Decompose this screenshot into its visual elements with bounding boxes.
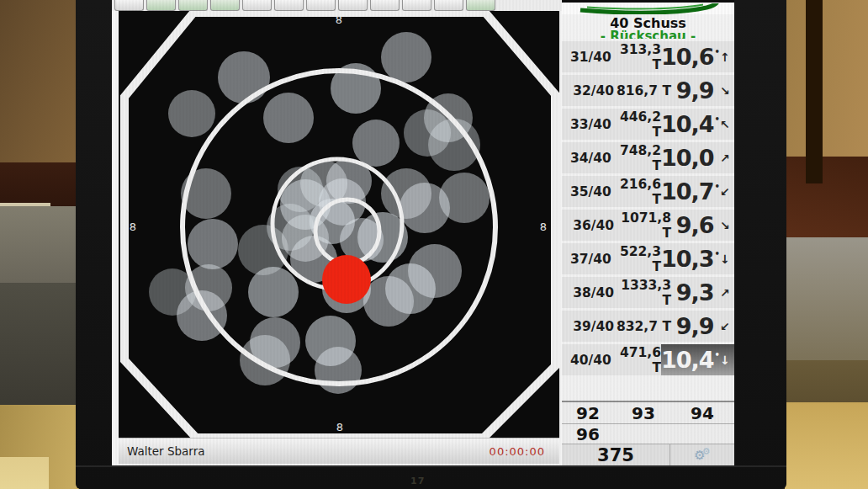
- shot-result-row[interactable]: 39/40 832,7 T 9,9 • ↙: [562, 308, 734, 342]
- shot-number: 33/40: [570, 117, 611, 132]
- grand-total-row: 375 ⚙ ⚙: [562, 444, 734, 465]
- swoosh-logo-icon: [562, 3, 734, 14]
- shot-time-value: 816,7 T: [614, 83, 671, 98]
- series-total-4: 96: [562, 423, 734, 444]
- direction-arrow-icon: ↗: [720, 151, 732, 165]
- shot-hole: [352, 120, 400, 167]
- shot-time-value: 748,2 T: [611, 143, 661, 173]
- series-total: 93: [632, 403, 691, 423]
- toolbar-button[interactable]: [306, 0, 336, 11]
- direction-arrow-icon: ↘: [720, 84, 732, 98]
- shot-score-cell: 10,0 • ↗: [661, 142, 734, 173]
- grand-total: 375: [562, 444, 670, 465]
- shot-number: 34/40: [570, 151, 611, 166]
- shot-score: 10,4: [661, 347, 714, 373]
- toolbar-button[interactable]: [210, 0, 240, 11]
- shot-hole: [439, 173, 490, 223]
- toolbar-button[interactable]: [146, 0, 176, 11]
- direction-arrow-icon: ↗: [720, 286, 732, 300]
- shot-result-row[interactable]: 38/40 1333,3 T 9,3 • ↗: [562, 274, 734, 308]
- shot-hole: [404, 109, 451, 157]
- shot-score-cell: 9,9 • ↙: [671, 311, 734, 342]
- ring-label-left: 8: [130, 221, 136, 233]
- shot-time-value: 471,6 T: [611, 345, 661, 375]
- shot-score-cell: 9,9 • ↘: [671, 75, 734, 106]
- direction-arrow-icon: ↙: [720, 185, 732, 199]
- shooting-score-screen: 8 8 8 8 Walter Sbarra 00:00:00: [112, 0, 734, 465]
- shot-hole: [263, 93, 314, 143]
- shot-number: 36/40: [570, 218, 614, 233]
- shot-number: 38/40: [570, 285, 614, 300]
- shot-result-row[interactable]: 40/40 471,6 T 10,4 • ↓: [562, 342, 734, 375]
- target-display: 8 8 8 8: [119, 11, 559, 438]
- shot-time-value: 832,7 T: [614, 319, 671, 334]
- direction-arrow-icon: ↖: [720, 118, 732, 131]
- shot-number: 35/40: [570, 184, 611, 199]
- shot-hole: [248, 267, 299, 317]
- shot-hole: [381, 32, 431, 82]
- shot-time-value: 1333,3 T: [614, 278, 671, 308]
- shot-result-row[interactable]: 32/40 816,7 T 9,9 • ↘: [562, 72, 734, 106]
- shot-score: 10,0: [661, 145, 714, 171]
- toolbar-button[interactable]: [338, 0, 368, 11]
- shot-score-cell: 10,3 • ↓: [661, 243, 734, 274]
- monitor-brand-logo: 17: [410, 476, 425, 486]
- shot-time-value: 1071,8 T: [614, 210, 671, 241]
- shot-result-row[interactable]: 34/40 748,2 T 10,0 • ↗: [562, 140, 734, 173]
- shot-score: 10,7: [661, 178, 714, 205]
- series-totals: 929394: [562, 401, 734, 423]
- toolbar-button[interactable]: [434, 0, 463, 11]
- shot-result-row[interactable]: 31/40 313,3 T 10,6 • ↑: [562, 39, 734, 72]
- direction-arrow-icon: ↙: [720, 320, 732, 333]
- shot-score: 9,9: [676, 77, 714, 104]
- shot-number: 39/40: [570, 319, 614, 334]
- shot-hole: [240, 335, 290, 385]
- toolbar: [112, 0, 564, 11]
- room-background-right: [785, 0, 868, 489]
- shot-score: 9,3: [676, 279, 714, 306]
- ring-label-bottom: 8: [336, 421, 343, 433]
- shot-score: 10,4: [661, 111, 714, 137]
- target-svg: 8 8 8 8: [119, 11, 559, 438]
- shot-score-cell: 10,4 • ↓: [661, 344, 734, 375]
- shooter-name: Walter Sbarra: [127, 444, 205, 458]
- monitor-bezel: 17 8 8 8 8 Walter Sb: [76, 0, 786, 489]
- ring-label-right: 8: [540, 221, 547, 233]
- direction-arrow-icon: ↓: [720, 252, 732, 266]
- toolbar-button[interactable]: [114, 0, 144, 11]
- shot-score-cell: 10,4 • ↖: [661, 109, 734, 140]
- shot-score: 9,6: [676, 212, 714, 238]
- shot-result-row[interactable]: 37/40 522,3 T 10,3 • ↓: [562, 241, 734, 274]
- shot-number: 40/40: [570, 353, 611, 368]
- shot-hole: [168, 90, 215, 137]
- shot-score: 9,9: [676, 313, 714, 339]
- results-panel: 40 Schuss - Rückschau - 31/40 313,3 T 10…: [562, 0, 734, 465]
- shot-score-cell: 10,7 • ↙: [661, 176, 734, 207]
- shot-hole: [315, 347, 362, 394]
- direction-arrow-icon: ↑: [720, 50, 732, 64]
- ring-label-top: 8: [336, 13, 342, 26]
- shot-result-row[interactable]: 35/40 216,6 T 10,7 • ↙: [562, 173, 734, 207]
- shot-number: 32/40: [570, 83, 614, 98]
- toolbar-button[interactable]: [402, 0, 431, 11]
- shot-score-cell: 9,3 • ↗: [671, 277, 734, 308]
- shot-hole: [188, 219, 238, 269]
- shot-score-cell: 9,6 • ↘: [671, 210, 734, 241]
- shot-time-value: 446,2 T: [611, 109, 661, 140]
- settings-cell[interactable]: ⚙ ⚙: [670, 444, 734, 465]
- toolbar-button[interactable]: [370, 0, 400, 11]
- footer-bar: Walter Sbarra 00:00:00: [119, 438, 559, 464]
- direction-arrow-icon: ↓: [720, 353, 732, 367]
- shot-time-value: 216,6 T: [611, 177, 661, 207]
- shot-score: 10,6: [661, 44, 714, 70]
- shot-result-row[interactable]: 33/40 446,2 T 10,4 • ↖: [562, 106, 734, 140]
- toolbar-button[interactable]: [274, 0, 304, 11]
- shot-rows: 31/40 313,3 T 10,6 • ↑ 32/40 816,7 T 9,9…: [562, 39, 734, 401]
- toolbar-button[interactable]: [178, 0, 208, 11]
- brand-logo-strip: [562, 0, 734, 14]
- photo-of-monitor: 17 8 8 8 8 Walter Sb: [0, 0, 868, 489]
- gears-icon: ⚙: [702, 446, 711, 457]
- shot-result-row[interactable]: 36/40 1071,8 T 9,6 • ↘: [562, 207, 734, 241]
- toolbar-button[interactable]: [466, 0, 495, 11]
- toolbar-button[interactable]: [242, 0, 272, 11]
